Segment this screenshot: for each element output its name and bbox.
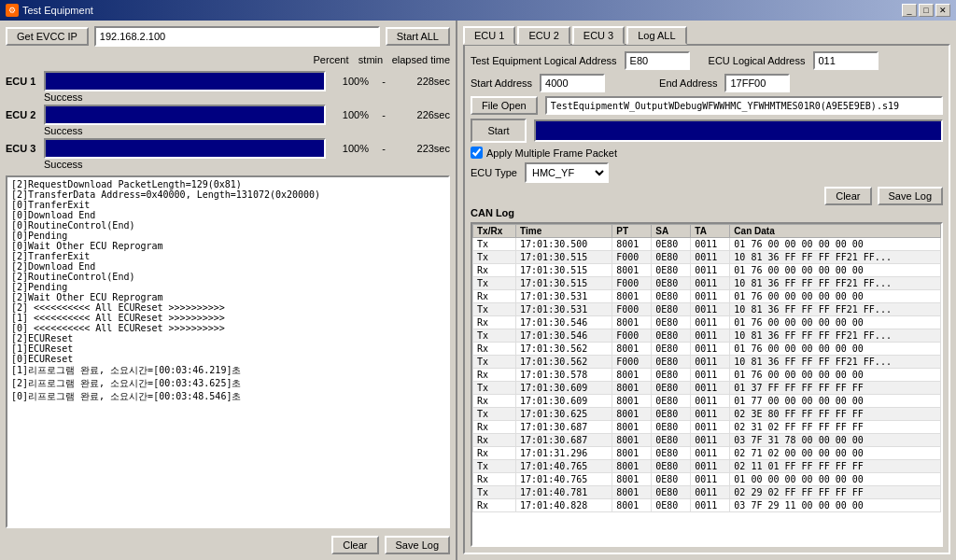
clear-button-right[interactable]: Clear	[824, 187, 871, 205]
ecu-row-1: ECU 1100%-228sec	[6, 71, 450, 91]
table-cell-data: 01 76 00 00 00 00 00 00	[730, 369, 941, 382]
table-header: Time	[516, 225, 612, 238]
table-cell-pt: 8001	[612, 316, 652, 329]
can-log-section: Clear Save Log CAN Log Tx/RxTimePTSATACa…	[471, 187, 943, 547]
ecu-type-select[interactable]: HMC_YFHMC_GNHMC_TF	[525, 162, 609, 183]
save-log-button-right[interactable]: Save Log	[878, 187, 943, 205]
table-row: Tx17:01:30.546F0000E80001110 81 36 FF FF…	[473, 329, 941, 343]
table-cell-sa: 0E80	[652, 499, 691, 512]
log-line: [2]TranferExit	[11, 251, 444, 261]
ecu-progress-3	[44, 138, 326, 159]
table-cell-time: 17:01:30.687	[516, 421, 612, 434]
apply-multiple-checkbox[interactable]	[471, 147, 483, 159]
table-cell-data: 01 76 00 00 00 00 00 00	[730, 290, 941, 303]
tab-ecu-1[interactable]: ECU 1	[463, 26, 515, 45]
table-cell-data: 01 77 00 00 00 00 00 00	[730, 395, 941, 408]
table-header: TA	[691, 225, 730, 238]
maximize-button[interactable]: □	[919, 4, 934, 17]
table-cell-pt: 8001	[612, 460, 652, 473]
table-cell-sa: 0E80	[652, 303, 691, 316]
table-cell-pt: 8001	[612, 421, 652, 434]
table-cell-data: 10 81 36 FF FF FF FF21 FF...	[730, 277, 941, 290]
table-cell-time: 17:01:30.625	[516, 408, 612, 421]
ecu-logical-addr-label: ECU Logical Address	[709, 55, 806, 66]
table-cell-ta: 0011	[691, 343, 730, 356]
log-line: [2]TransferData Address=0x40000, Length=…	[11, 189, 444, 200]
table-cell-sa: 0E80	[652, 473, 691, 486]
close-button[interactable]: ✕	[935, 4, 950, 17]
ecu-label-3: ECU 3	[6, 143, 38, 154]
start-all-button[interactable]: Start ALL	[386, 27, 450, 46]
minimize-button[interactable]: _	[902, 4, 917, 17]
table-row: Rx17:01:30.53180010E80001101 76 00 00 00…	[473, 290, 941, 303]
table-row: Tx17:01:30.60980010E80001101 37 FF FF FF…	[473, 382, 941, 395]
table-cell-time: 17:01:40.765	[516, 473, 612, 486]
ecu-type-label: ECU Type	[471, 167, 517, 178]
table-cell-time: 17:01:30.609	[516, 395, 612, 408]
can-log-table-container[interactable]: Tx/RxTimePTSATACan Data Tx17:01:30.50080…	[471, 222, 943, 547]
ecu-label-1: ECU 1	[6, 76, 38, 87]
table-cell-data: 10 81 36 FF FF FF FF21 FF...	[730, 251, 941, 264]
table-cell-pt: 8001	[612, 369, 652, 382]
percent-header: Percent	[310, 54, 352, 65]
ecu-logical-addr-input[interactable]	[813, 51, 879, 70]
table-cell-ta: 0011	[691, 460, 730, 473]
table-cell-ta: 0011	[691, 264, 730, 277]
tab-ecu-3[interactable]: ECU 3	[572, 26, 625, 45]
table-cell-pt: F000	[612, 251, 652, 264]
end-addr-input[interactable]	[724, 74, 790, 92]
ecu-row-2: ECU 2100%-226sec	[6, 105, 450, 125]
table-cell-data: 01 76 00 00 00 00 00 00	[730, 238, 941, 251]
table-row: Rx17:01:40.82880010E80001103 7F 29 11 00…	[473, 499, 941, 512]
table-cell-ta: 0011	[691, 277, 730, 290]
clear-button-left[interactable]: Clear	[331, 536, 378, 554]
save-log-button-left[interactable]: Save Log	[385, 536, 450, 554]
table-cell-time: 17:01:30.562	[516, 356, 612, 369]
table-cell-txrx: Rx	[473, 316, 516, 329]
table-cell-ta: 0011	[691, 356, 730, 369]
start-addr-label: Start Address	[471, 77, 532, 89]
ecu-status-2: Success	[44, 125, 450, 136]
table-cell-pt: F000	[612, 356, 652, 369]
ip-input[interactable]	[94, 26, 380, 47]
table-cell-data: 10 81 36 FF FF FF FF21 FF...	[730, 303, 941, 316]
window-title: Test Equipment	[22, 5, 93, 16]
table-cell-txrx: Rx	[473, 434, 516, 447]
start-button[interactable]: Start	[471, 119, 527, 143]
log-area[interactable]: [2]RequestDownload PacketLength=129(0x81…	[6, 175, 450, 528]
log-line: [1] <<<<<<<<<< All ECUReset >>>>>>>>>>	[11, 313, 444, 323]
get-evcc-ip-button[interactable]: Get EVCC IP	[6, 27, 89, 46]
table-cell-ta: 0011	[691, 473, 730, 486]
table-cell-ta: 0011	[691, 499, 730, 512]
table-cell-sa: 0E80	[652, 277, 691, 290]
table-cell-time: 17:01:30.578	[516, 369, 612, 382]
table-cell-data: 03 7F 31 78 00 00 00 00	[730, 434, 941, 447]
table-cell-time: 17:01:30.562	[516, 343, 612, 356]
ecu-rows: ECU 1100%-228secSuccessECU 2100%-226secS…	[6, 71, 450, 172]
right-panel: ECU 1ECU 2ECU 3Log ALL Test Equipment Lo…	[457, 21, 956, 560]
table-cell-time: 17:01:30.531	[516, 303, 612, 316]
title-bar: ⚙ Test Equipment _ □ ✕	[0, 0, 956, 21]
table-cell-pt: 8001	[612, 434, 652, 447]
start-addr-input[interactable]	[540, 74, 605, 92]
table-cell-txrx: Tx	[473, 277, 516, 290]
table-cell-time: 17:01:31.296	[516, 447, 612, 460]
log-line: [2]리프로그램 완료, 소요시간=[00:03:43.625]초	[11, 377, 444, 390]
table-cell-data: 10 81 36 FF FF FF FF21 FF...	[730, 329, 941, 343]
file-open-button[interactable]: File Open	[471, 96, 538, 115]
table-row: Rx17:01:30.56280010E80001101 76 00 00 00…	[473, 343, 941, 356]
table-cell-sa: 0E80	[652, 408, 691, 421]
table-cell-pt: 8001	[612, 264, 652, 277]
can-log-table: Tx/RxTimePTSATACan Data Tx17:01:30.50080…	[472, 224, 941, 512]
tab-ecu-2[interactable]: ECU 2	[517, 26, 569, 45]
ecu-stmin-2: -	[374, 109, 393, 120]
tab-log-all[interactable]: Log ALL	[626, 26, 686, 45]
log-line: [0]Wait Other ECU Reprogram	[11, 241, 444, 251]
table-cell-ta: 0011	[691, 251, 730, 264]
table-cell-time: 17:01:30.609	[516, 382, 612, 395]
table-cell-data: 01 76 00 00 00 00 00 00	[730, 264, 941, 277]
table-cell-sa: 0E80	[652, 486, 691, 499]
test-eq-addr-input[interactable]	[625, 51, 690, 70]
log-line: [2]ECUReset	[11, 333, 444, 343]
log-line: [2]RoutineControl(End)	[11, 272, 444, 282]
